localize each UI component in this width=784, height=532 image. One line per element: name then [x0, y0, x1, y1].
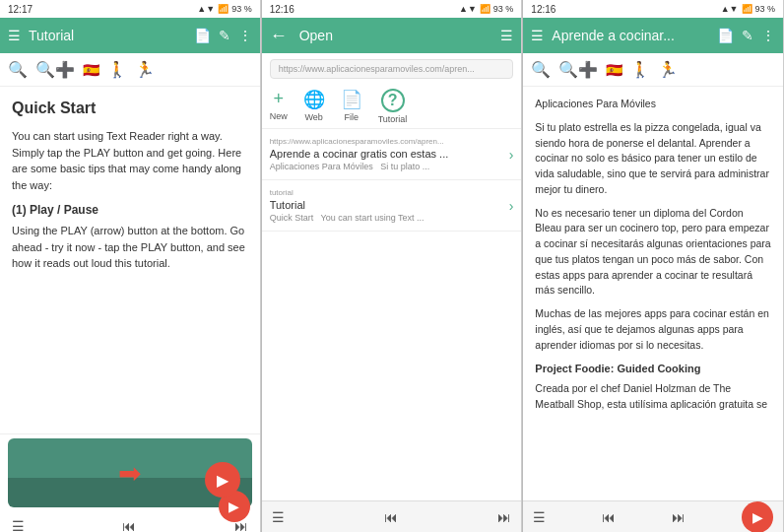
wifi-icon-2: 📶	[480, 4, 490, 14]
signal-icon-1: ▲▼	[197, 4, 215, 14]
battery-1: 93 %	[231, 4, 252, 14]
secondary-toolbar-1: 🔍 🔍➕ 🇪🇸 🚶 🏃	[0, 53, 260, 87]
flag-icon-1[interactable]: 🇪🇸	[83, 62, 99, 78]
toolbar-1: ☰ Tutorial 📄 ✎ ⋮	[0, 18, 260, 53]
file-item-2-tag: tutorial	[270, 188, 509, 197]
cooking-para4: Creada por el chef Daniel Holzman de The…	[535, 381, 771, 413]
signal-icon-2: ▲▼	[459, 4, 477, 14]
play-button-3[interactable]: ▶	[742, 501, 773, 533]
file-item-2-meta2: You can start using Text ...	[321, 213, 425, 223]
file-item-2-arrow: ›	[509, 198, 514, 214]
run-icon-3[interactable]: 🏃	[658, 60, 678, 79]
search-placeholder-2: https://www.aplicacionesparamoviles.com/…	[279, 64, 475, 74]
file-item-1-name: Aprende a cocinar gratis con estas ...	[270, 148, 509, 160]
file-item-1-tag: https://www.aplicacionesparamoviles.com/…	[270, 137, 509, 146]
action-file[interactable]: 📄 File	[341, 89, 362, 124]
tutorial-icon: ?	[381, 89, 405, 112]
flag-icon-3[interactable]: 🇪🇸	[606, 62, 622, 78]
player-controls-1: ☰ ⏮ ⏭ ▶	[0, 511, 260, 532]
zoom-in-icon-3[interactable]: 🔍➕	[558, 60, 598, 79]
wifi-icon-1: 📶	[218, 4, 229, 14]
new-label: New	[270, 111, 288, 121]
bb-menu-icon-3[interactable]: ☰	[533, 509, 546, 525]
battery-3: 93 %	[755, 4, 776, 14]
secondary-toolbar-3: 🔍 🔍➕ 🇪🇸 🚶 🏃	[523, 53, 783, 87]
status-bar-3: 12:16 ▲▼ 📶 93 %	[523, 0, 783, 18]
cooking-header: Aplicaciones Para Móviles	[535, 97, 771, 112]
more-icon-3[interactable]: ⋮	[761, 28, 775, 43]
panel-tutorial: 12:17 ▲▼ 📶 93 % ☰ Tutorial 📄 ✎ ⋮ 🔍 🔍➕ 🇪🇸…	[0, 0, 261, 532]
arrow-icon-1: ➡	[118, 457, 141, 490]
bottom-bar-2: ☰ ⏮ ⏭	[262, 500, 522, 532]
file-item-2[interactable]: tutorial Tutorial Quick Start You can st…	[262, 180, 522, 232]
run-icon-1[interactable]: 🏃	[135, 60, 155, 79]
zoom-out-icon-1[interactable]: 🔍	[8, 60, 28, 79]
toolbar-3: ☰ Aprende a cocinar... 📄 ✎ ⋮	[523, 18, 783, 53]
player-visual-1: ➡ ▶	[8, 438, 252, 507]
action-web[interactable]: 🌐 Web	[303, 89, 325, 124]
cooking-content: Aplicaciones Para Móviles Si tu plato es…	[523, 87, 783, 500]
hamburger-icon-1[interactable]: ☰	[12, 518, 25, 532]
walk-icon-3[interactable]: 🚶	[630, 60, 650, 79]
file-item-2-meta1: Quick Start	[270, 213, 314, 223]
bb-rewind-icon-3[interactable]: ⏮	[602, 509, 616, 525]
edit-icon-3[interactable]: ✎	[742, 28, 753, 43]
toolbar-title-1: Tutorial	[29, 28, 194, 43]
cooking-para3: Muchas de las mejores apps para cocinar …	[535, 306, 771, 353]
toolbar-2: ← Open ☰	[262, 18, 522, 53]
back-button-2[interactable]: ←	[270, 26, 288, 46]
action-new[interactable]: + New	[270, 89, 288, 124]
web-label: Web	[305, 112, 323, 122]
edit-icon-1[interactable]: ✎	[219, 28, 230, 43]
toolbar-title-3: Aprende a cocinar...	[552, 28, 717, 43]
menu-icon-3[interactable]: ☰	[531, 28, 544, 43]
rewind-icon-1[interactable]: ⏮	[122, 518, 136, 532]
cooking-section-title: Project Foodie: Guided Cooking	[535, 361, 771, 377]
panel-open: 12:16 ▲▼ 📶 93 % ← Open ☰ https://www.apl…	[262, 0, 523, 532]
file-item-2-name: Tutorial	[270, 199, 509, 211]
file-item-2-info: tutorial Tutorial Quick Start You can st…	[270, 188, 509, 223]
action-tutorial[interactable]: ? Tutorial	[378, 89, 408, 124]
search-bar-2[interactable]: https://www.aplicacionesparamoviles.com/…	[270, 59, 514, 79]
new-icon: +	[273, 89, 284, 109]
bb-rewind-icon-2[interactable]: ⏮	[384, 509, 398, 525]
bb-menu-icon-2[interactable]: ☰	[272, 509, 285, 525]
file-label: File	[344, 112, 359, 122]
file-item-1-arrow: ›	[509, 147, 514, 163]
tutorial-content: Quick Start You can start using Text Rea…	[0, 87, 260, 433]
menu-icon-1[interactable]: ☰	[8, 28, 21, 43]
file-icon: 📄	[341, 89, 362, 110]
zoom-in-icon-1[interactable]: 🔍➕	[35, 60, 75, 79]
play-button-large-1[interactable]: ▶	[205, 462, 240, 498]
bb-forward-icon-2[interactable]: ⏭	[497, 509, 511, 525]
doc-icon-3[interactable]: 📄	[717, 28, 734, 43]
intro-text: You can start using Text Reader right a …	[12, 128, 248, 193]
menu-icon-2[interactable]: ☰	[500, 28, 513, 43]
more-icon-1[interactable]: ⋮	[238, 28, 252, 43]
file-item-1[interactable]: https://www.aplicacionesparamoviles.com/…	[262, 129, 522, 180]
file-item-2-meta: Quick Start You can start using Text ...	[270, 213, 509, 223]
zoom-out-icon-3[interactable]: 🔍	[531, 60, 551, 79]
toolbar-title-2: Open	[299, 28, 501, 43]
status-bar-1: 12:17 ▲▼ 📶 93 %	[0, 0, 260, 18]
battery-2: 93 %	[493, 4, 514, 14]
file-list-2: https://www.aplicacionesparamoviles.com/…	[262, 129, 522, 500]
file-actions-2: + New 🌐 Web 📄 File ? Tutorial	[262, 85, 522, 129]
doc-icon-1[interactable]: 📄	[194, 28, 211, 43]
time-2: 12:16	[270, 4, 294, 15]
bb-forward-icon-3[interactable]: ⏭	[672, 509, 686, 525]
time-1: 12:17	[8, 4, 33, 15]
quick-start-heading: Quick Start	[12, 97, 248, 120]
signal-icon-3: ▲▼	[721, 4, 739, 14]
file-item-1-meta: Aplicaciones Para Móviles Si tu plato ..…	[270, 162, 509, 171]
status-bar-2: 12:16 ▲▼ 📶 93 %	[262, 0, 522, 18]
cooking-para1: Si tu plato estrella es la pizza congela…	[535, 120, 771, 198]
player-container-1: ➡ ▶ ☰ ⏮ ⏭ ▶	[0, 433, 260, 532]
section1-title: (1) Play / Pause	[12, 201, 248, 219]
file-item-1-meta1: Aplicaciones Para Móviles	[270, 162, 373, 171]
bottom-bar-3: ☰ ⏮ ⏭ ▶	[523, 500, 783, 532]
section1-body: Using the PLAY (arrow) button at the bot…	[12, 223, 248, 272]
tutorial-label: Tutorial	[378, 114, 408, 124]
walk-icon-1[interactable]: 🚶	[107, 60, 127, 79]
panel-cooking: 12:16 ▲▼ 📶 93 % ☰ Aprende a cocinar... 📄…	[523, 0, 784, 532]
